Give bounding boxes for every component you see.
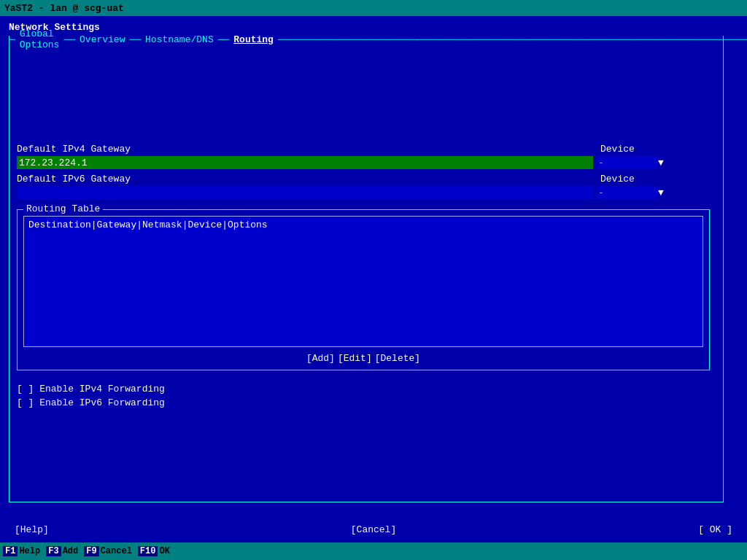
- ipv6-section: Default IPv6 Gateway Device - ▼: [17, 174, 716, 199]
- delete-button[interactable]: [Delete]: [374, 353, 422, 364]
- ipv6-gateway-label: Default IPv6 Gateway: [17, 174, 600, 184]
- routing-table-buttons: [Add] [Edit] [Delete]: [23, 353, 703, 364]
- ipv6-device-label: Device: [600, 174, 635, 184]
- ipv4-row: - ▼: [17, 156, 716, 169]
- forwarding-section: [ ] Enable IPv4 Forwarding [ ] Enable IP…: [17, 384, 716, 408]
- ipv6-forwarding-item[interactable]: [ ] Enable IPv6 Forwarding: [17, 397, 716, 408]
- ipv4-forwarding-item[interactable]: [ ] Enable IPv4 Forwarding: [17, 384, 716, 394]
- ipv4-gateway-input[interactable]: [17, 156, 593, 169]
- tab-overview[interactable]: Overview: [75, 34, 129, 45]
- fkey-f3[interactable]: F3 Add: [46, 546, 78, 556]
- ipv4-gateway-label: Default IPv4 Gateway: [17, 144, 600, 155]
- dash-4: ────────────────────────────────────────…: [278, 34, 747, 45]
- fkey-bar: F1 Help F3 Add F9 Cancel F10 OK: [0, 542, 747, 560]
- fkey-f10-num: F10: [138, 546, 158, 556]
- fkey-f1[interactable]: F1 Help: [3, 546, 40, 556]
- fkey-f3-label: Add: [63, 546, 79, 556]
- routing-table-section: Routing Table Destination|Gateway|Netmas…: [17, 209, 710, 370]
- dash-left: ─: [9, 34, 15, 45]
- add-button[interactable]: [Add]: [305, 353, 336, 364]
- fkey-f9[interactable]: F9 Cancel: [84, 546, 132, 556]
- title-text: YaST2 - lan @ scg-uat: [4, 3, 124, 14]
- title-bar: YaST2 - lan @ scg-uat: [0, 0, 747, 16]
- ipv4-forwarding-label: [ ] Enable IPv4 Forwarding: [17, 384, 165, 394]
- tab-routing[interactable]: Routing: [229, 34, 278, 45]
- dash-2: ──: [129, 34, 141, 45]
- ipv4-device-label: Device: [600, 144, 635, 155]
- tab-hostname-dns[interactable]: Hostname/DNS: [141, 34, 218, 45]
- cancel-button[interactable]: [Cancel]: [351, 524, 396, 535]
- ipv6-device-select[interactable]: -: [596, 186, 658, 199]
- fkey-f10[interactable]: F10 OK: [138, 546, 170, 556]
- tabs-area: ─ Global Options ── Overview ── Hostname…: [9, 36, 724, 502]
- ok-button[interactable]: [ OK ]: [698, 524, 732, 535]
- ipv6-device-arrow: ▼: [658, 187, 664, 198]
- fkey-f9-num: F9: [84, 546, 98, 556]
- fkey-f3-num: F3: [46, 546, 61, 556]
- routing-table-header: Destination|Gateway|Netmask|Device|Optio…: [28, 219, 698, 230]
- fkey-f1-label: Help: [19, 546, 40, 556]
- ipv6-gateway-input[interactable]: [17, 186, 593, 199]
- ipv6-label-row: Default IPv6 Gateway Device: [17, 174, 716, 184]
- ipv4-device-arrow: ▼: [658, 158, 664, 168]
- routing-table-legend: Routing Table: [23, 203, 103, 214]
- fkey-f9-label: Cancel: [101, 546, 132, 556]
- bottom-bar: [Help] [Cancel] [ OK ]: [0, 521, 747, 538]
- dash-1: ──: [63, 34, 75, 45]
- main-content: Network Settings ─ Global Options ── Ove…: [0, 16, 747, 508]
- fkey-f1-num: F1: [3, 546, 18, 556]
- ipv4-device-select[interactable]: -: [596, 156, 658, 169]
- tabs-header: ─ Global Options ── Overview ── Hostname…: [9, 28, 747, 50]
- ipv6-forwarding-label: [ ] Enable IPv6 Forwarding: [17, 397, 165, 408]
- ipv4-section: Default IPv4 Gateway Device: [17, 144, 716, 155]
- help-button[interactable]: [Help]: [15, 524, 49, 535]
- ipv6-row: - ▼: [17, 186, 716, 199]
- fkey-f10-label: OK: [159, 546, 169, 556]
- tab-global-options[interactable]: Global Options: [15, 28, 64, 50]
- dash-3: ──: [218, 34, 230, 45]
- routing-table-inner[interactable]: Destination|Gateway|Netmask|Device|Optio…: [23, 216, 703, 347]
- edit-button[interactable]: [Edit]: [336, 353, 374, 364]
